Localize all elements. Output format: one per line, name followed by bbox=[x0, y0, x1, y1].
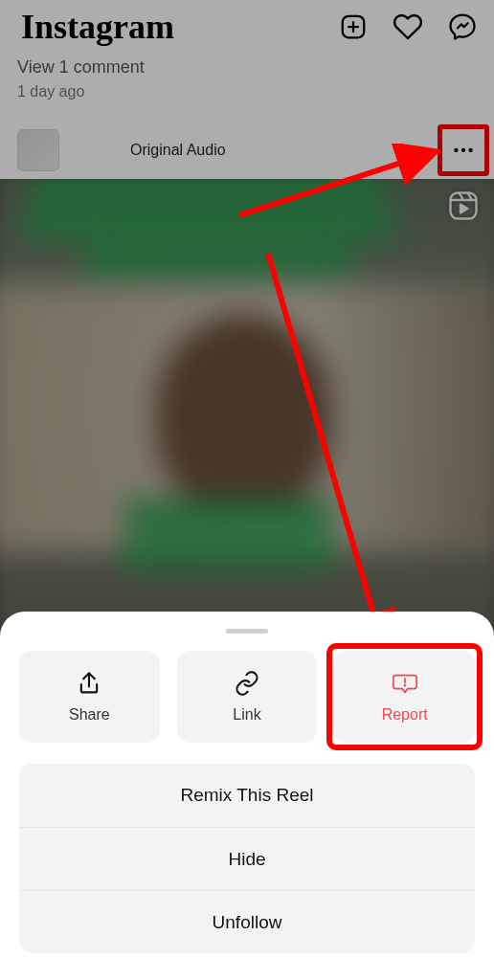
share-label: Share bbox=[69, 706, 110, 724]
messenger-icon[interactable] bbox=[448, 12, 477, 41]
post-meta: View 1 comment 1 day ago bbox=[17, 57, 145, 100]
unfollow-option[interactable]: Unfollow bbox=[19, 890, 475, 953]
link-button[interactable]: Link bbox=[177, 651, 318, 743]
sheet-list: Remix This Reel Hide Unfollow bbox=[19, 764, 475, 953]
audio-thumbnail bbox=[17, 129, 59, 171]
remix-reel-option[interactable]: Remix This Reel bbox=[19, 764, 475, 827]
share-icon bbox=[76, 670, 102, 697]
hide-option[interactable]: Hide bbox=[19, 827, 475, 890]
annotation-highlight-report bbox=[326, 643, 483, 750]
action-sheet: Share Link Report Remix This Reel Hide U… bbox=[0, 612, 494, 980]
sheet-grabber[interactable] bbox=[226, 629, 268, 634]
instagram-logo[interactable]: Instagram bbox=[21, 7, 174, 47]
top-actions bbox=[339, 11, 477, 42]
audio-label: Original Audio bbox=[130, 142, 226, 159]
annotation-arrow-to-report bbox=[249, 249, 440, 660]
svg-line-8 bbox=[268, 254, 383, 646]
share-button[interactable]: Share bbox=[19, 651, 160, 743]
report-button[interactable]: Report bbox=[334, 651, 475, 743]
annotation-arrow-to-more bbox=[230, 144, 450, 220]
sheet-tile-row: Share Link Report bbox=[19, 651, 475, 743]
top-bar: Instagram bbox=[0, 0, 494, 53]
link-icon bbox=[234, 670, 260, 697]
activity-heart-icon[interactable] bbox=[393, 11, 423, 42]
reels-icon bbox=[446, 189, 481, 227]
post-timestamp: 1 day ago bbox=[17, 83, 145, 100]
view-comments-link[interactable]: View 1 comment bbox=[17, 57, 145, 78]
new-post-icon[interactable] bbox=[339, 12, 368, 41]
svg-line-7 bbox=[239, 153, 431, 215]
link-label: Link bbox=[233, 706, 260, 724]
